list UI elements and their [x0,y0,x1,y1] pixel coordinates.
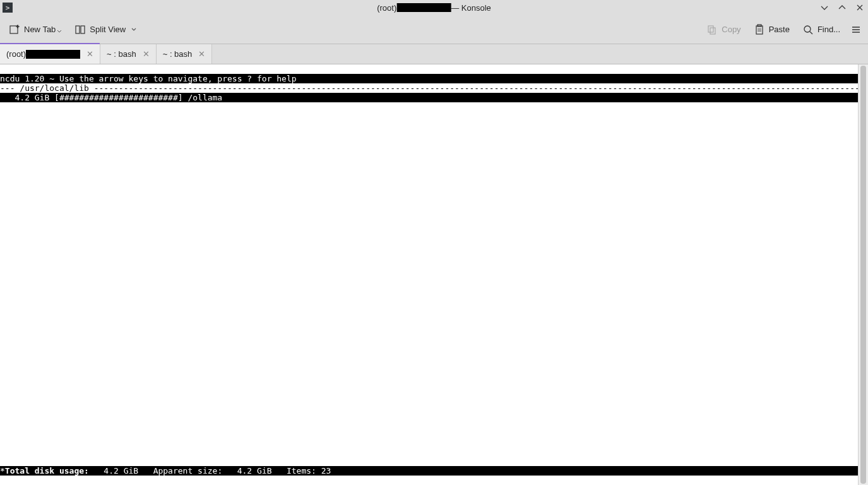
terminal-output[interactable]: ncdu 1.20 ~ Use the arrow keys to naviga… [0,64,858,485]
new-tab-label: New Tab [24,25,56,34]
svg-rect-5 [756,26,763,34]
window-title: (root) — Konsole [377,3,491,13]
hamburger-icon [850,24,862,35]
copy-label: Copy [722,25,740,34]
tab-label-prefix: (root) [6,49,26,59]
find-label: Find... [817,25,840,34]
hamburger-menu-button[interactable] [848,21,864,38]
window-titlebar: > (root) — Konsole [0,0,868,15]
paste-label: Paste [769,25,790,34]
title-prefix: (root) [377,3,396,13]
title-suffix: — Konsole [451,3,491,13]
split-view-icon [74,24,86,35]
ncdu-selected-row[interactable]: 4.2 GiB [########################] /olla… [0,93,858,102]
tab-hostname-redacted [26,50,80,59]
paste-icon [754,24,765,35]
paste-button[interactable]: Paste [749,21,795,38]
svg-rect-4 [710,28,715,34]
scrollbar-thumb[interactable] [860,66,866,484]
ncdu-header-line: ncdu 1.20 ~ Use the arrow keys to naviga… [0,74,858,83]
tab-strip: (root) ✕ ~ : bash ✕ ~ : bash ✕ [0,44,868,64]
tab-close-icon[interactable]: ✕ [143,49,150,59]
split-view-button[interactable]: Split View [69,21,142,38]
tab-close-icon[interactable]: ✕ [86,49,93,59]
terminal-scrollbar[interactable] [858,64,868,485]
new-tab-icon [9,24,20,35]
copy-button[interactable]: Copy [701,21,746,38]
window-close-button[interactable] [854,2,865,13]
ncdu-path-line: --- /usr/local/lib ---------------------… [0,83,858,93]
tab-bash-1[interactable]: ~ : bash ✕ [100,44,157,64]
svg-rect-3 [708,26,713,32]
svg-point-7 [804,26,811,32]
footer-bold: Total disk usage: [5,466,89,476]
dropdown-chevron-icon[interactable] [57,29,62,34]
new-tab-button[interactable]: New Tab [4,21,67,38]
dropdown-chevron-icon[interactable] [131,27,137,33]
tab-close-icon[interactable]: ✕ [198,49,205,59]
split-view-label: Split View [90,25,126,34]
svg-rect-0 [10,26,18,33]
window-minimize-button[interactable] [819,2,830,13]
svg-rect-2 [81,26,85,33]
copy-icon [706,24,718,35]
find-button[interactable]: Find... [797,21,845,38]
search-icon [802,24,814,35]
konsole-app-icon: > [3,3,13,13]
toolbar: New Tab Split View Copy Paste Find... [0,15,868,44]
window-maximize-button[interactable] [836,2,848,13]
svg-rect-1 [76,26,80,33]
tab-root-session[interactable]: (root) ✕ [0,44,100,64]
tab-label: ~ : bash [163,49,193,59]
title-hostname-redacted [396,3,451,12]
tab-bash-2[interactable]: ~ : bash ✕ [157,44,213,64]
ncdu-footer-line: *Total disk usage: 4.2 GiB Apparent size… [0,466,858,476]
tab-label: ~ : bash [107,49,136,59]
terminal-container: ncdu 1.20 ~ Use the arrow keys to naviga… [0,64,868,485]
